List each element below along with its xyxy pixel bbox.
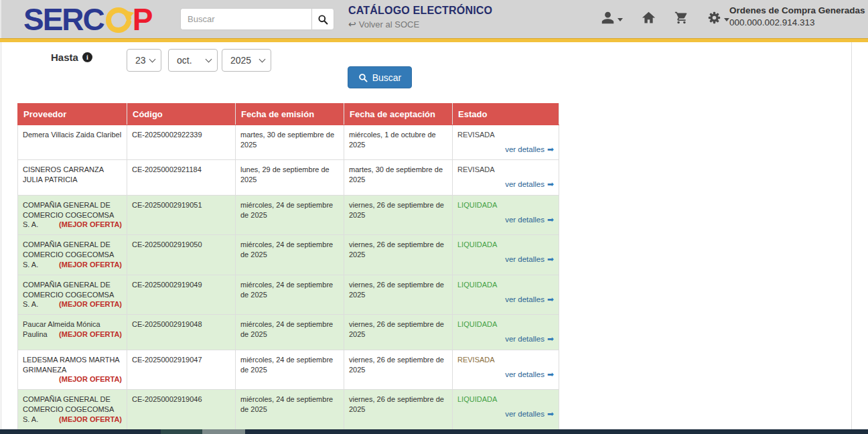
proveedor-name: LEDESMA RAMOS MARTHA GRIMANEZA [23, 356, 119, 374]
mejor-oferta-label: (MEJOR OFERTA) [59, 374, 122, 384]
cell-estado: LIQUIDADAver detalles➡ [453, 235, 559, 275]
search-input[interactable] [180, 8, 311, 30]
ver-detalles-link[interactable]: ver detalles➡ [505, 410, 554, 418]
cell-fecha-aceptacion: martes, 30 de septiembre de 2025 [344, 160, 453, 195]
home-button[interactable] [642, 11, 656, 25]
column-header: Fecha de emisión [236, 104, 344, 125]
info-icon[interactable]: i [82, 52, 92, 62]
scrollbar-thumb[interactable] [202, 429, 245, 434]
sercop-logo: SER C P [23, 2, 152, 37]
cell-codigo: CE-20250002919050 [127, 235, 236, 275]
detail-line: ver detalles➡ [457, 409, 554, 420]
detail-line: ver detalles➡ [457, 179, 554, 190]
cell-codigo: CE-20250002919046 [127, 390, 236, 430]
column-header: Estado [453, 104, 559, 125]
cell-proveedor: Demera Villacis Zaida Claribel [18, 125, 127, 160]
year-select-value: 2025 [230, 55, 251, 66]
arrow-right-icon: ➡ [547, 255, 554, 264]
settings-button[interactable] [707, 11, 729, 25]
search-icon [358, 73, 368, 82]
ver-detalles-link[interactable]: ver detalles➡ [505, 145, 554, 153]
main-content: Hasta i 23 oct. 2025 Buscar [1, 42, 852, 434]
cell-fecha-emision: miércoles, 24 de septiembre de 2025 [236, 235, 344, 275]
table-row: CISNEROS CARRANZA JULIA PATRICIACE-20250… [18, 160, 559, 195]
cell-codigo: CE-20250002919051 [127, 195, 236, 235]
cell-fecha-aceptacion: miércoles, 1 de octubre de 2025 [344, 125, 453, 160]
orders-generated-block: Ordenes de Compra Generadas 000.000.002.… [729, 5, 865, 27]
status-badge: REVISADA [457, 130, 554, 140]
cell-fecha-emision: martes, 30 de septiembre de 2025 [236, 125, 344, 160]
hasta-label: Hasta [51, 52, 78, 63]
ver-detalles-link[interactable]: ver detalles➡ [505, 216, 554, 224]
column-header: Código [127, 104, 236, 125]
arrow-right-icon: ➡ [547, 409, 554, 419]
hand-back-icon: ↩ [348, 19, 356, 29]
horizontal-scrollbar[interactable] [0, 429, 868, 434]
cell-fecha-aceptacion: viernes, 26 de septiembre de 2025 [344, 235, 453, 275]
cell-codigo: CE-20250002919047 [127, 350, 236, 390]
cell-estado: LIQUIDADAver detalles➡ [453, 390, 559, 430]
title-block: CATÁLOGO ELECTRÓNICO ↩ Volver al SOCE [348, 5, 492, 29]
cell-proveedor: LEDESMA RAMOS MARTHA GRIMANEZA (MEJOR OF… [18, 350, 127, 390]
detail-line: ver detalles➡ [457, 369, 554, 380]
ver-detalles-link[interactable]: ver detalles➡ [505, 295, 554, 303]
page: SER C P CATÁLOGO ELECTRÓNICO ↩ Volv [0, 0, 868, 434]
status-badge: LIQUIDADA [457, 200, 554, 210]
cart-icon [674, 11, 689, 25]
table-row: COMPAÑIA GENERAL DE COMERCIO COGECOMSA S… [18, 195, 559, 235]
month-select[interactable]: oct. [168, 49, 218, 72]
cell-proveedor: COMPAÑIA GENERAL DE COMERCIO COGECOMSA S… [18, 235, 127, 275]
cell-fecha-emision: miércoles, 24 de septiembre de 2025 [236, 275, 344, 315]
table-header-row: ProveedorCódigoFecha de emisiónFecha de … [18, 104, 559, 125]
cell-estado: REVISADAver detalles➡ [453, 350, 559, 390]
table-row: COMPAÑIA GENERAL DE COMERCIO COGECOMSA S… [18, 235, 559, 275]
table-row: Paucar Almeida Mónica Paulina (MEJOR OFE… [18, 315, 559, 350]
arrow-right-icon: ➡ [547, 370, 554, 379]
status-badge: LIQUIDADA [457, 319, 554, 330]
top-header: SER C P CATÁLOGO ELECTRÓNICO ↩ Volv [0, 0, 868, 38]
year-select[interactable]: 2025 [222, 49, 271, 72]
detail-line: ver detalles➡ [457, 144, 554, 155]
cell-fecha-aceptacion: viernes, 26 de septiembre de 2025 [344, 390, 453, 430]
chevron-down-icon [259, 56, 266, 62]
column-header: Fecha de aceptación [344, 104, 453, 125]
user-menu-button[interactable] [601, 11, 623, 25]
hasta-filter-label: Hasta i [51, 52, 92, 63]
status-badge: LIQUIDADA [457, 240, 554, 250]
home-icon [642, 11, 656, 25]
ver-detalles-link[interactable]: ver detalles➡ [505, 335, 554, 343]
cell-estado: LIQUIDADAver detalles➡ [453, 195, 559, 235]
buscar-button[interactable]: Buscar [348, 66, 412, 88]
cell-estado: LIQUIDADAver detalles➡ [453, 315, 559, 350]
status-badge: REVISADA [457, 355, 554, 365]
cell-proveedor: Paucar Almeida Mónica Paulina (MEJOR OFE… [18, 315, 127, 350]
arrow-right-icon: ➡ [547, 295, 554, 304]
proveedor-name: CISNEROS CARRANZA JULIA PATRICIA [23, 165, 103, 184]
column-header: Proveedor [18, 104, 127, 125]
status-badge: LIQUIDADA [457, 394, 554, 405]
logo-text-c: C [83, 4, 104, 35]
day-select[interactable]: 23 [127, 49, 161, 72]
arrow-right-icon: ➡ [547, 334, 554, 344]
cell-fecha-emision: miércoles, 24 de septiembre de 2025 [236, 195, 344, 235]
search-icon [317, 14, 328, 25]
logo-text-p: P [133, 4, 152, 35]
detail-line: ver detalles➡ [457, 214, 554, 226]
cart-button[interactable] [674, 11, 689, 25]
search-button[interactable] [311, 8, 334, 30]
chevron-down-icon [149, 56, 156, 62]
gear-icon [707, 11, 721, 25]
detail-line: ver detalles➡ [457, 254, 554, 265]
table-row: COMPAÑIA GENERAL DE COMERCIO COGECOMSA S… [18, 275, 559, 315]
ver-detalles-link[interactable]: ver detalles➡ [505, 370, 554, 378]
volver-soce-link[interactable]: ↩ Volver al SOCE [348, 19, 492, 29]
ver-detalles-link[interactable]: ver detalles➡ [505, 180, 554, 188]
ver-detalles-link[interactable]: ver detalles➡ [505, 255, 554, 263]
cell-fecha-aceptacion: viernes, 26 de septiembre de 2025 [344, 195, 453, 235]
chevron-down-icon [724, 18, 729, 21]
mejor-oferta-label: (MEJOR OFERTA) [59, 415, 122, 425]
arrow-right-icon: ➡ [547, 215, 554, 224]
table-row: LEDESMA RAMOS MARTHA GRIMANEZA (MEJOR OF… [18, 350, 559, 390]
logo-arrow-o-icon [103, 3, 134, 35]
cell-fecha-aceptacion: viernes, 26 de septiembre de 2025 [344, 350, 453, 390]
